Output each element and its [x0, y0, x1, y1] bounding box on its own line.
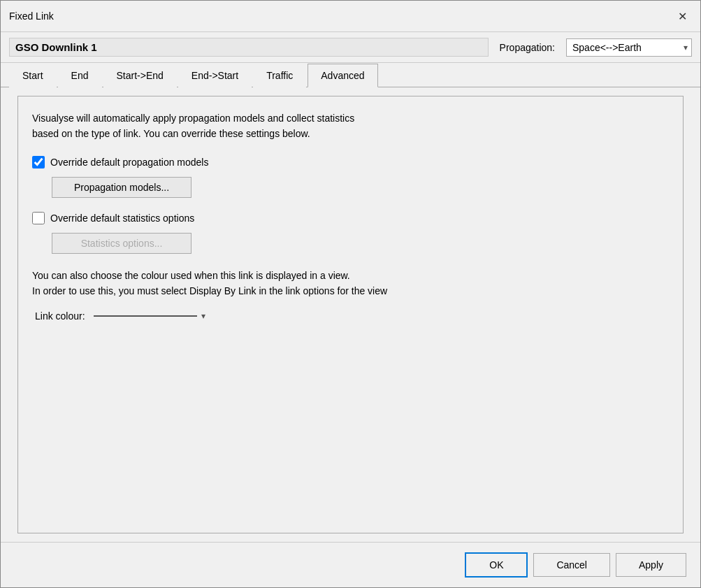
- colour-line2: In order to use this, you must select Di…: [32, 283, 669, 299]
- link-colour-dropdown[interactable]: ▾: [94, 311, 205, 321]
- tab-end[interactable]: End: [58, 64, 102, 87]
- description-line2: based on the type of link. You can overr…: [32, 126, 669, 141]
- propagation-override-section: Override default propagation models Prop…: [32, 156, 669, 198]
- colour-dropdown-arrow: ▾: [201, 311, 205, 321]
- propagation-models-button[interactable]: Propagation models...: [52, 177, 191, 198]
- colour-description: You can also choose the colour used when…: [32, 268, 669, 299]
- apply-button[interactable]: Apply: [616, 553, 686, 577]
- content-area: Visualyse will automatically apply propa…: [1, 87, 700, 542]
- fixed-link-dialog: Fixed Link ✕ GSO Downlink 1 Propagation:…: [0, 0, 701, 588]
- description-line1: Visualyse will automatically apply propa…: [32, 110, 669, 126]
- propagation-label: Propagation:: [500, 42, 555, 53]
- description: Visualyse will automatically apply propa…: [32, 110, 669, 142]
- propagation-select[interactable]: Space<-->Earth Space<-->Space Earth<-->E…: [566, 38, 692, 57]
- override-statistics-row: Override default statistics options: [32, 212, 669, 224]
- title-bar: Fixed Link ✕: [1, 1, 700, 32]
- override-propagation-row: Override default propagation models: [32, 156, 669, 168]
- override-propagation-checkbox[interactable]: [32, 156, 45, 168]
- tab-advanced[interactable]: Advanced: [308, 64, 377, 87]
- override-statistics-label[interactable]: Override default statistics options: [50, 213, 194, 224]
- statistics-options-button[interactable]: Statistics options...: [52, 233, 191, 254]
- main-panel: Visualyse will automatically apply propa…: [17, 96, 684, 533]
- link-colour-label: Link colour:: [35, 310, 85, 322]
- colour-line1: You can also choose the colour used when…: [32, 268, 669, 283]
- propagation-select-wrapper: Space<-->Earth Space<-->Space Earth<-->E…: [566, 38, 692, 57]
- tab-traffic[interactable]: Traffic: [253, 64, 306, 87]
- close-button[interactable]: ✕: [672, 6, 692, 26]
- tab-bar: Start End Start->End End->Start Traffic …: [1, 63, 700, 87]
- cancel-button[interactable]: Cancel: [533, 553, 610, 577]
- ok-button[interactable]: OK: [465, 552, 528, 578]
- footer: OK Cancel Apply: [1, 542, 700, 587]
- override-propagation-label[interactable]: Override default propagation models: [50, 157, 208, 168]
- link-colour-row: Link colour: ▾: [35, 310, 669, 322]
- link-name: GSO Downlink 1: [9, 38, 489, 57]
- statistics-override-section: Override default statistics options Stat…: [32, 212, 669, 254]
- colour-line-indicator: [94, 315, 197, 317]
- tab-end-start[interactable]: End->Start: [178, 64, 252, 87]
- override-statistics-checkbox[interactable]: [32, 212, 45, 224]
- colour-section: You can also choose the colour used when…: [32, 268, 669, 322]
- header-row: GSO Downlink 1 Propagation: Space<-->Ear…: [1, 32, 700, 63]
- tab-start[interactable]: Start: [9, 64, 57, 87]
- tab-start-end[interactable]: Start->End: [103, 64, 177, 87]
- dialog-title: Fixed Link: [9, 10, 54, 22]
